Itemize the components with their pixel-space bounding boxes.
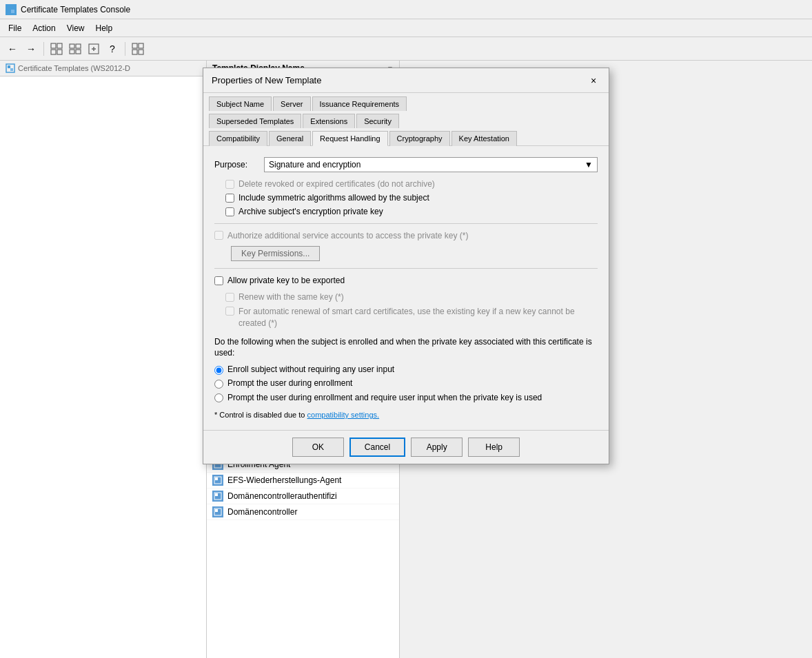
radio-row-prompt: Prompt the user during enrollment xyxy=(214,378,598,389)
checkbox-row-smartcard: For automatic renewal of smart card cert… xyxy=(225,306,598,329)
toolbar-back[interactable]: ← xyxy=(4,41,21,57)
menu-help[interactable]: Help xyxy=(90,22,119,34)
svg-rect-3 xyxy=(51,43,56,48)
tab-row-3: Compatibility General Request Handling C… xyxy=(203,127,609,145)
checkbox-smartcard[interactable] xyxy=(225,307,234,316)
tab-compatibility[interactable]: Compatibility xyxy=(209,131,267,146)
checkbox-delete-revoked[interactable] xyxy=(225,180,234,189)
help-button[interactable]: Help xyxy=(468,438,520,457)
radio-enroll-no-input[interactable] xyxy=(214,366,223,375)
dialog-buttons: OK Cancel Apply Help xyxy=(203,430,609,464)
checkbox-row-include-symmetric: Include symmetric algorithms allowed by … xyxy=(225,193,598,203)
purpose-value: Signature and encryption xyxy=(269,160,361,169)
compat-note-text: * Control is disabled due to xyxy=(214,411,305,419)
compat-settings-link[interactable]: compatibility settings. xyxy=(307,411,380,419)
svg-rect-2 xyxy=(11,10,14,13)
menu-file[interactable]: File xyxy=(3,22,27,34)
checkbox-label-delete-revoked: Delete revoked or expired certificates (… xyxy=(238,179,435,189)
checkbox-include-symmetric[interactable] xyxy=(225,194,234,203)
dialog-title: Properties of New Template xyxy=(212,75,321,85)
checkbox-authorize[interactable] xyxy=(214,231,223,240)
ok-button[interactable]: OK xyxy=(292,438,344,457)
purpose-dropdown[interactable]: Signature and encryption ▼ xyxy=(264,157,598,172)
compat-note: * Control is disabled due to compatibili… xyxy=(214,411,598,419)
tab-key-attestation[interactable]: Key Attestation xyxy=(451,131,517,146)
radio-label-prompt: Prompt the user during enrollment xyxy=(227,378,352,388)
separator-2 xyxy=(214,268,598,269)
toolbar-up[interactable] xyxy=(48,41,65,57)
toolbar-help[interactable]: ? xyxy=(104,41,121,57)
authorize-row: Authorize additional service accounts to… xyxy=(214,231,598,240)
radio-row-prompt-key: Prompt the user during enrollment and re… xyxy=(214,392,598,404)
tab-row-1: Subject Name Server Issuance Requirement… xyxy=(203,93,609,110)
toolbar-export[interactable] xyxy=(85,41,102,57)
checkbox-row-delete-revoked: Delete revoked or expired certificates (… xyxy=(225,179,598,189)
key-permissions-button[interactable]: Key Permissions... xyxy=(231,246,320,261)
radio-row-enroll: Enroll subject without requiring any use… xyxy=(214,364,598,375)
checkbox-label-include-symmetric: Include symmetric algorithms allowed by … xyxy=(238,193,429,203)
toolbar-view[interactable] xyxy=(130,41,146,57)
separator-1 xyxy=(214,223,598,224)
checkbox-label-archive-key: Archive subject's encryption private key xyxy=(238,207,383,216)
purpose-label: Purpose: xyxy=(214,160,256,169)
radio-label-prompt-key: Prompt the user during enrollment and re… xyxy=(227,392,542,404)
tab-container: Subject Name Server Issuance Requirement… xyxy=(203,93,609,146)
checkbox-row-archive-key: Archive subject's encryption private key xyxy=(225,207,598,216)
tab-security[interactable]: Security xyxy=(356,114,399,128)
checkbox-archive-key[interactable] xyxy=(225,207,234,216)
svg-rect-15 xyxy=(139,43,143,48)
svg-rect-10 xyxy=(76,50,81,54)
svg-rect-14 xyxy=(132,43,137,48)
radio-label-enroll: Enroll subject without requiring any use… xyxy=(227,364,394,374)
allow-export-row: Allow private key to be exported xyxy=(214,276,598,285)
dialog-close-button[interactable]: × xyxy=(587,74,600,88)
purpose-row: Purpose: Signature and encryption ▼ xyxy=(214,157,598,172)
radio-prompt-key-use[interactable] xyxy=(214,393,223,402)
app-title: Certificate Templates Console xyxy=(21,5,130,14)
smartcard-label: For automatic renewal of smart card cert… xyxy=(238,306,598,329)
radio-prompt-enrollment[interactable] xyxy=(214,380,223,389)
title-bar: Certificate Templates Console xyxy=(0,0,812,19)
checkbox-allow-export[interactable] xyxy=(214,276,223,285)
tab-superseded-templates[interactable]: Superseded Templates xyxy=(209,114,301,128)
dropdown-arrow: ▼ xyxy=(585,160,593,169)
renew-label: Renew with the same key (*) xyxy=(238,292,344,302)
tab-row-2: Superseded Templates Extensions Security xyxy=(203,110,609,127)
svg-rect-5 xyxy=(51,50,56,54)
toolbar-separator-1 xyxy=(43,42,44,56)
svg-rect-16 xyxy=(132,50,137,54)
allow-export-label: Allow private key to be exported xyxy=(227,276,345,285)
apply-button[interactable]: Apply xyxy=(411,438,463,457)
toolbar-forward[interactable]: → xyxy=(23,41,39,57)
tab-subject-name[interactable]: Subject Name xyxy=(209,96,272,111)
app-icon xyxy=(6,4,17,15)
toolbar: ← → ? xyxy=(0,37,812,61)
svg-rect-17 xyxy=(139,50,143,54)
tab-issuance-requirements[interactable]: Issuance Requirements xyxy=(312,96,407,111)
tab-request-handling[interactable]: Request Handling xyxy=(312,131,387,146)
cancel-button[interactable]: Cancel xyxy=(349,438,405,457)
checkbox-row-renew: Renew with the same key (*) xyxy=(225,292,598,302)
svg-rect-7 xyxy=(70,44,74,48)
authorize-label: Authorize additional service accounts to… xyxy=(227,231,469,240)
menu-bar: File Action View Help xyxy=(0,19,812,37)
svg-rect-8 xyxy=(76,44,81,48)
toolbar-list[interactable] xyxy=(67,41,83,57)
enrollment-text: Do the following when the subject is enr… xyxy=(214,336,598,360)
dialog-title-bar: Properties of New Template × xyxy=(203,68,609,93)
toolbar-separator-2 xyxy=(125,42,125,56)
main-content: Certificate Templates (WS2012-D Template… xyxy=(0,61,812,658)
tab-general[interactable]: General xyxy=(269,131,311,146)
tab-server[interactable]: Server xyxy=(273,96,310,111)
tab-cryptography[interactable]: Cryptography xyxy=(389,131,450,146)
dialog-overlay: Properties of New Template × Subject Nam… xyxy=(0,61,812,658)
svg-rect-4 xyxy=(57,43,62,48)
menu-view[interactable]: View xyxy=(61,22,90,34)
tab-extensions[interactable]: Extensions xyxy=(303,114,355,128)
svg-rect-9 xyxy=(70,50,74,54)
svg-rect-6 xyxy=(57,50,62,54)
checkbox-renew[interactable] xyxy=(225,293,234,302)
properties-dialog: Properties of New Template × Subject Nam… xyxy=(203,68,609,464)
menu-action[interactable]: Action xyxy=(27,22,61,34)
dialog-content: Purpose: Signature and encryption ▼ Dele… xyxy=(203,146,609,430)
